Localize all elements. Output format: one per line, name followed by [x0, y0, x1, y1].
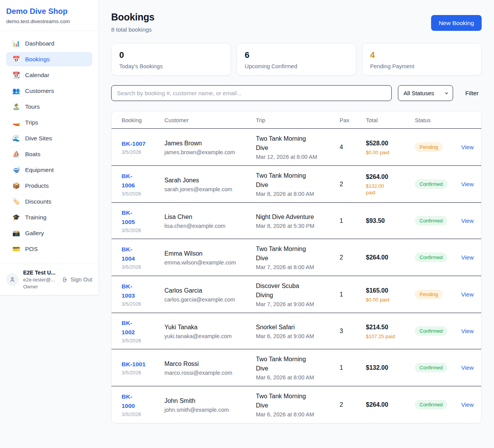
- sidebar-item-label: Customers: [25, 88, 54, 94]
- customer-name: James Brown: [164, 139, 251, 148]
- search-input[interactable]: [111, 85, 392, 101]
- customer-name: Marco Rossi: [164, 359, 251, 369]
- total-amount: $93.50: [366, 216, 410, 226]
- total-amount: $165.00: [366, 286, 410, 295]
- customer-name: Yuki Tanaka: [164, 323, 251, 332]
- sidebar-item-tours[interactable]: 🏝️ Tours: [6, 99, 92, 114]
- stat-value: 0: [119, 50, 223, 60]
- status-badge: Pending: [415, 290, 443, 299]
- booking-date: 3/5/2026: [122, 338, 160, 344]
- sign-out-button[interactable]: Sign Out: [62, 276, 92, 283]
- sidebar-item-training[interactable]: 🎓 Training: [6, 210, 92, 224]
- trips-icon: 🚤: [12, 119, 20, 126]
- status-badge: Confirmed: [415, 216, 447, 226]
- status-badge: Confirmed: [415, 326, 447, 336]
- sidebar-item-pos[interactable]: 💳 POS: [6, 242, 92, 256]
- col-header-pax: Pax: [340, 111, 366, 129]
- status-select[interactable]: All Statuses: [398, 85, 453, 101]
- sidebar-item-boats[interactable]: ⛵ Boats: [6, 147, 92, 161]
- paid-amount: $132.00 paid: [366, 183, 410, 196]
- trip-datetime: Mar 6, 2026 at 8:00 AM: [256, 374, 335, 381]
- table-row: BK-1007 3/5/2026 James Brown james.brown…: [112, 129, 481, 166]
- booking-id-link[interactable]: BK- 1006: [122, 172, 135, 190]
- brand-name[interactable]: Demo Dive Shop: [6, 7, 92, 16]
- view-link[interactable]: View: [461, 364, 474, 371]
- table-row: BK- 1000 3/5/2026 John Smith john.smith@…: [112, 386, 481, 423]
- sidebar-item-label: Bookings: [25, 56, 50, 63]
- sidebar-item-trips[interactable]: 🚤 Trips: [6, 115, 92, 130]
- trip-name: Two Tank Morning Dive: [256, 134, 335, 153]
- stat-card-pending-payment: 4 Pending Payment: [362, 43, 482, 76]
- total-amount: $528.00: [366, 139, 410, 148]
- equipment-icon: 🤿: [12, 166, 20, 173]
- trip-datetime: Mar 6, 2026 at 9:00 AM: [256, 333, 335, 339]
- table-header-row: Booking Customer Trip Pax Total Status: [112, 111, 481, 129]
- view-link[interactable]: View: [461, 401, 474, 408]
- customer-name: Lisa Chen: [164, 212, 251, 222]
- view-link[interactable]: View: [461, 328, 474, 334]
- booking-id-link[interactable]: BK- 1003: [122, 282, 135, 300]
- stat-label: Today's Bookings: [119, 63, 223, 69]
- sidebar-item-products[interactable]: 📦 Products: [6, 179, 92, 193]
- status-badge: Confirmed: [415, 179, 447, 189]
- paid-amount: $0.00 paid: [366, 149, 410, 156]
- sidebar: Demo Dive Shop demo.test.divestreams.com…: [0, 0, 99, 295]
- customer-email: marco.rossi@example.com: [164, 370, 251, 376]
- trip-datetime: Mar 12, 2026 at 8:00 AM: [256, 154, 335, 160]
- page-title: Bookings: [111, 12, 154, 23]
- customer-email: yuki.tanaka@example.com: [164, 333, 251, 339]
- sidebar-item-calendar[interactable]: 📆 Calendar: [6, 68, 92, 82]
- sidebar-item-bookings[interactable]: 📅 Bookings: [6, 52, 92, 66]
- booking-date: 3/5/2026: [122, 227, 160, 233]
- view-link[interactable]: View: [461, 217, 474, 224]
- col-header-total: Total: [366, 111, 415, 129]
- booking-date: 3/5/2026: [122, 149, 160, 155]
- dive-sites-icon: 🌊: [12, 135, 20, 142]
- sidebar-item-label: Discounts: [25, 198, 51, 205]
- status-badge: Confirmed: [415, 400, 447, 409]
- stat-card-todays-bookings: 0 Today's Bookings: [111, 43, 231, 76]
- col-header-status: Status: [415, 111, 461, 129]
- sidebar-item-label: Boats: [25, 151, 41, 158]
- booking-id-link[interactable]: BK- 1000: [122, 392, 135, 411]
- user-email: e2e-tester@...: [23, 277, 58, 283]
- col-header-customer: Customer: [164, 111, 256, 129]
- sidebar-item-equipment[interactable]: 🤿 Equipment: [6, 163, 92, 177]
- sidebar-item-customers[interactable]: 👥 Customers: [6, 84, 92, 98]
- brand-header: Demo Dive Shop demo.test.divestreams.com: [0, 0, 98, 31]
- pax-count: 1: [340, 349, 366, 386]
- customer-name: Emma Wilson: [164, 249, 251, 258]
- sign-out-label: Sign Out: [71, 276, 92, 283]
- sidebar-item-label: Dashboard: [25, 40, 54, 47]
- pax-count: 2: [340, 239, 366, 276]
- customer-email: james.brown@example.com: [164, 149, 251, 155]
- booking-id-link[interactable]: BK- 1002: [122, 318, 135, 337]
- view-link[interactable]: View: [461, 181, 474, 187]
- pax-count: 3: [340, 313, 366, 349]
- view-link[interactable]: View: [461, 254, 474, 261]
- filters-bar: All Statuses Filter: [111, 85, 482, 101]
- table-row: BK-1001 3/5/2026 Marco Rossi marco.rossi…: [112, 349, 481, 386]
- booking-date: 3/5/2026: [122, 191, 160, 197]
- main-content: Bookings 8 total bookings New Booking 0 …: [99, 0, 494, 423]
- status-select-wrap: All Statuses: [398, 85, 453, 101]
- sidebar-nav: 📊 Dashboard 📅 Bookings 📆 Calendar 👥 Cust…: [0, 31, 98, 264]
- pos-icon: 💳: [12, 245, 20, 253]
- booking-id-link[interactable]: BK-1001: [122, 360, 145, 369]
- table-row: BK- 1006 3/5/2026 Sarah Jones sarah.jone…: [112, 166, 481, 203]
- dashboard-icon: 📊: [12, 40, 20, 47]
- sidebar-item-label: Training: [25, 214, 46, 221]
- sidebar-item-label: Equipment: [25, 167, 54, 173]
- new-booking-button[interactable]: New Booking: [431, 15, 482, 31]
- sidebar-item-dive-sites[interactable]: 🌊 Dive Sites: [6, 131, 92, 145]
- sidebar-item-dashboard[interactable]: 📊 Dashboard: [6, 36, 92, 51]
- trip-datetime: Mar 7, 2026 at 9:00 AM: [256, 301, 335, 307]
- booking-id-link[interactable]: BK-1007: [122, 139, 145, 148]
- booking-id-link[interactable]: BK- 1005: [122, 208, 135, 227]
- filter-button[interactable]: Filter: [462, 87, 482, 100]
- view-link[interactable]: View: [461, 144, 474, 150]
- view-link[interactable]: View: [461, 291, 474, 298]
- sidebar-item-gallery[interactable]: 📸 Gallery: [6, 226, 92, 240]
- sidebar-item-discounts[interactable]: 🏷️ Discounts: [6, 194, 92, 209]
- booking-id-link[interactable]: BK- 1004: [122, 245, 135, 263]
